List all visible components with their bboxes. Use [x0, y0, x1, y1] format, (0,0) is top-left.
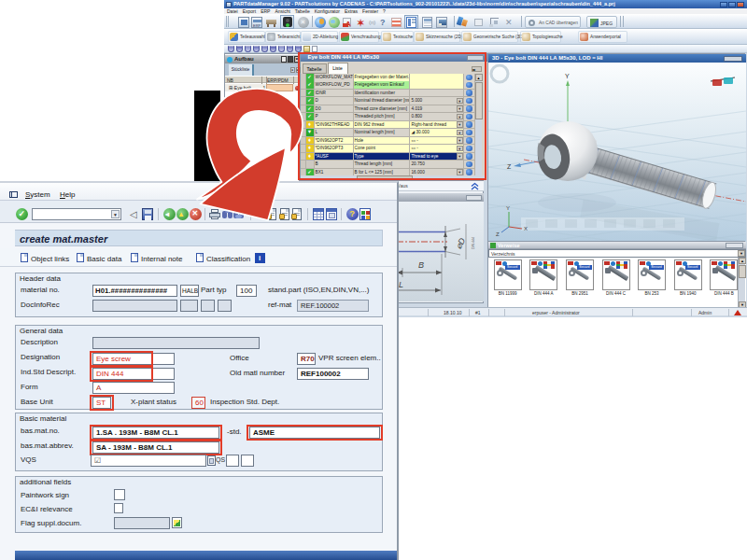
svg-text:Z: Z — [507, 163, 512, 170]
svg-text:Y: Y — [506, 205, 510, 211]
svg-text:DIN 444: DIN 444 — [472, 237, 475, 249]
svg-text:B: B — [418, 260, 424, 270]
svg-text:Y: Y — [565, 73, 570, 79]
svg-text:X: X — [524, 226, 528, 231]
svg-text:L: L — [399, 280, 403, 289]
svg-text:Z: Z — [496, 231, 500, 237]
